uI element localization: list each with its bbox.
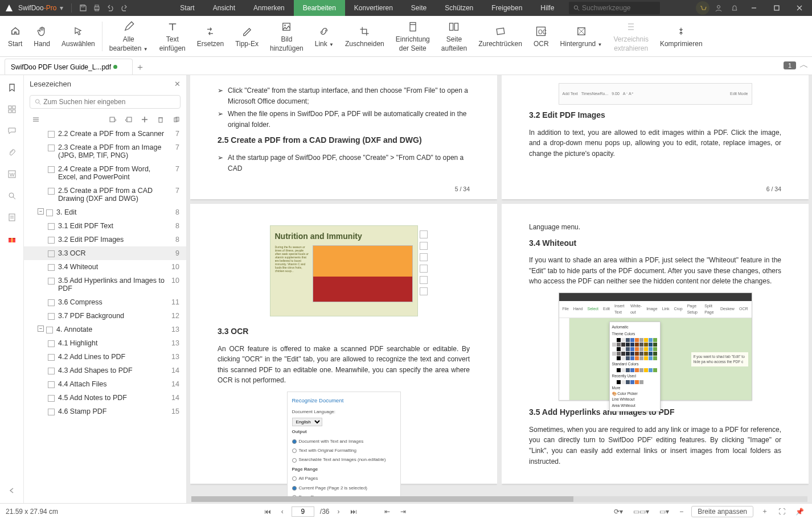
zoom-fit-button[interactable]: Breite anpassen bbox=[691, 506, 753, 517]
maximize-button[interactable] bbox=[766, 0, 787, 16]
form-rail-icon[interactable] bbox=[5, 211, 19, 224]
redo-icon[interactable] bbox=[117, 1, 131, 15]
expand-toggle-icon[interactable]: − bbox=[38, 208, 44, 215]
bookmark-item[interactable]: 4.5 Add Notes to PDF14 bbox=[24, 391, 186, 405]
ribbon-tippex[interactable]: Tipp-Ex bbox=[229, 16, 264, 56]
bookmark-item[interactable]: 2.2 Create a PDF from a Scanner7 bbox=[24, 127, 186, 141]
last-page-button[interactable]: ⏭ bbox=[348, 508, 359, 516]
word-rail-icon[interactable]: W bbox=[5, 167, 19, 181]
zoom-out-button[interactable]: − bbox=[677, 508, 686, 516]
ribbon-split[interactable]: Seiteaufteilen bbox=[436, 16, 473, 56]
menu-start[interactable]: Start bbox=[171, 0, 203, 16]
bookmark-item[interactable]: 2.4 Create a PDF from Word, Excel, and P… bbox=[24, 162, 186, 184]
attachments-rail-icon[interactable] bbox=[5, 146, 19, 159]
menu-schützen[interactable]: Schützen bbox=[436, 0, 482, 16]
page-7[interactable]: Nutrition and Immunity During the flu se… bbox=[190, 204, 497, 484]
ribbon-text[interactable]: Texteinfügen bbox=[154, 16, 191, 56]
gift-rail-icon[interactable] bbox=[5, 232, 19, 246]
ribbon-home[interactable]: Start bbox=[2, 16, 28, 56]
bookmark-item[interactable]: 4.3 Add Shapes to PDF14 bbox=[24, 364, 186, 377]
app-dropdown-icon[interactable]: ▾ bbox=[60, 4, 63, 12]
user-icon[interactable] bbox=[712, 1, 725, 15]
bell-icon[interactable] bbox=[728, 1, 741, 15]
collapse-all-icon[interactable] bbox=[125, 116, 133, 123]
menu-konvertieren[interactable]: Konvertieren bbox=[345, 0, 402, 16]
ribbon-cursor[interactable]: Auswählen bbox=[56, 16, 101, 56]
bookmarks-rail-icon[interactable] bbox=[5, 81, 19, 94]
menu-hilfe[interactable]: Hilfe bbox=[531, 0, 563, 16]
panel-menu-icon[interactable] bbox=[32, 116, 40, 123]
ribbon-image[interactable]: Bildhinzufügen bbox=[264, 16, 309, 56]
ribbon-pagesetup[interactable]: Einrichtungder Seite bbox=[390, 16, 436, 56]
delete-all-icon[interactable] bbox=[173, 116, 181, 123]
horizontal-scrollbar[interactable] bbox=[191, 496, 807, 502]
bookmark-item[interactable]: 3.5 Add Hyperlinks and Images to PDF10 bbox=[24, 274, 186, 295]
comments-rail-icon[interactable] bbox=[5, 124, 19, 138]
next-page-button[interactable]: › bbox=[335, 508, 342, 516]
ribbon-edit[interactable]: Allebearbeiten ▼ bbox=[104, 16, 154, 56]
page-5[interactable]: ➢Click "Create" from the startup interfa… bbox=[190, 75, 497, 199]
document-tab[interactable]: SwifDoo PDF User Guide_L...pdf bbox=[5, 59, 133, 75]
delete-bookmark-icon[interactable] bbox=[157, 116, 165, 123]
search-tools-input[interactable] bbox=[582, 4, 655, 12]
undo-icon[interactable] bbox=[104, 1, 117, 15]
bookmark-item[interactable]: −3. Edit8 bbox=[24, 205, 186, 219]
zoom-in-button[interactable]: ＋ bbox=[759, 506, 770, 516]
fullscreen-icon[interactable]: ⛶ bbox=[776, 508, 788, 516]
bookmark-item[interactable]: 4.1 Highlight13 bbox=[24, 336, 186, 350]
search-tools[interactable] bbox=[569, 2, 660, 14]
pin-icon[interactable]: 📌 bbox=[793, 508, 806, 516]
ribbon-toc[interactable]: Verzeichnisextrahieren bbox=[608, 16, 654, 56]
bookmark-item[interactable]: 2.5 Create a PDF from a CAD Drawing (DXF… bbox=[24, 184, 186, 205]
page-8[interactable]: Language menu. 3.4 Whiteout If you want … bbox=[502, 204, 809, 484]
ribbon-link[interactable]: Link ▼ bbox=[309, 16, 339, 56]
bookmark-item[interactable]: 4.4 Attach Files14 bbox=[24, 377, 186, 391]
expand-toggle-icon[interactable]: − bbox=[38, 326, 44, 332]
collapse-rail-icon[interactable] bbox=[5, 484, 19, 497]
page-layout-icon[interactable]: ▭▭▾ bbox=[631, 508, 651, 516]
bookmark-item[interactable]: −4. Annotate13 bbox=[24, 323, 186, 336]
ribbon-deskew[interactable]: Zurechtrücken bbox=[473, 16, 528, 56]
menu-seite[interactable]: Seite bbox=[402, 0, 436, 16]
bookmark-item[interactable]: 4.2 Add Lines to PDF13 bbox=[24, 350, 186, 364]
add-bookmark-icon[interactable] bbox=[141, 116, 149, 123]
ribbon-background[interactable]: Hintergrund ▼ bbox=[555, 16, 608, 56]
reading-mode-icon[interactable]: ▭▾ bbox=[657, 508, 671, 516]
panel-search[interactable] bbox=[30, 95, 181, 109]
bookmark-item[interactable]: 3.2 Edit PDF Images8 bbox=[24, 233, 186, 246]
page-6[interactable]: Add TextTimesNewRo...9.00A⁻ A⁺Edit Mode … bbox=[502, 75, 809, 199]
bookmark-item[interactable]: 2.3 Create a PDF from an Image (JPG, BMP… bbox=[24, 141, 186, 162]
ribbon-replace[interactable]: Ersetzen bbox=[191, 16, 229, 56]
rotate-view-icon[interactable]: ⟳▾ bbox=[612, 508, 625, 516]
add-tab-button[interactable]: ＋ bbox=[133, 60, 147, 75]
menu-anmerken[interactable]: Anmerken bbox=[244, 0, 294, 16]
ribbon-compress[interactable]: Komprimieren bbox=[654, 16, 708, 56]
search-rail-icon[interactable] bbox=[5, 189, 19, 203]
prev-page-button[interactable]: ‹ bbox=[279, 508, 286, 516]
panel-close-icon[interactable]: ✕ bbox=[174, 80, 181, 88]
bookmark-item[interactable]: 3.4 Whiteout10 bbox=[24, 260, 186, 274]
menu-freigeben[interactable]: Freigeben bbox=[482, 0, 531, 16]
minimize-button[interactable] bbox=[744, 0, 764, 16]
page-input[interactable] bbox=[292, 506, 314, 517]
bookmark-item[interactable]: 3.1 Edit PDF Text8 bbox=[24, 219, 186, 233]
collapse-ribbon-icon[interactable]: ︿ bbox=[799, 59, 809, 71]
ribbon-ocr[interactable]: OCROCR bbox=[528, 16, 555, 56]
print-icon[interactable] bbox=[90, 1, 104, 15]
forward-view-button[interactable]: ⇥ bbox=[398, 508, 408, 516]
first-page-button[interactable]: ⏮ bbox=[262, 508, 273, 516]
close-button[interactable] bbox=[789, 0, 810, 16]
back-view-button[interactable]: ⇤ bbox=[382, 508, 392, 516]
bookmark-item[interactable]: 4.6 Stamp PDF15 bbox=[24, 405, 186, 418]
ribbon-crop[interactable]: Zuschneiden bbox=[339, 16, 390, 56]
thumbnails-rail-icon[interactable] bbox=[5, 102, 19, 116]
bookmark-item[interactable]: 3.3 OCR9 bbox=[24, 246, 186, 260]
ribbon-hand[interactable]: Hand bbox=[28, 16, 56, 56]
panel-search-input[interactable] bbox=[43, 98, 175, 106]
bookmark-item[interactable]: 3.6 Compress11 bbox=[24, 295, 186, 309]
expand-all-icon[interactable] bbox=[109, 116, 117, 123]
menu-bearbeiten[interactable]: Bearbeiten bbox=[294, 0, 345, 16]
cart-icon[interactable] bbox=[696, 1, 710, 15]
menu-ansicht[interactable]: Ansicht bbox=[204, 0, 244, 16]
bookmark-item[interactable]: 3.7 PDF Background12 bbox=[24, 309, 186, 323]
